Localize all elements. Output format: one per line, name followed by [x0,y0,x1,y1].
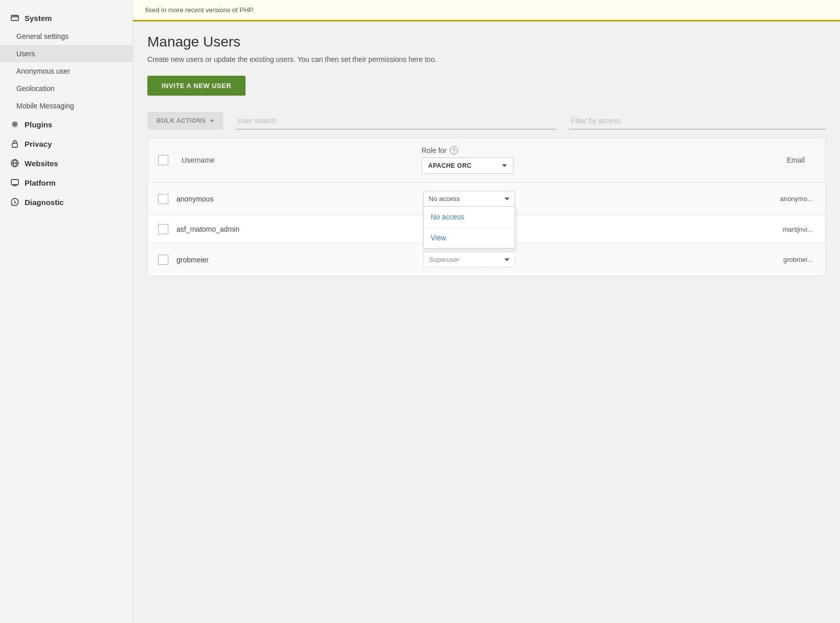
page-description: Create new users or update the existing … [147,55,826,63]
role-for-label: Role for ? [422,146,565,154]
page-title: Manage Users [147,34,826,50]
user-search-field [235,113,557,129]
dropdown-option-no-access[interactable]: No access [424,207,515,227]
bulk-actions-button[interactable]: BULK ACTIONS [147,112,223,129]
sidebar-item-websites[interactable]: Websites [0,153,132,173]
sidebar-sub-mobile-messaging[interactable]: Mobile Messaging [0,97,132,115]
role-header-group: Role for ? APACHE ORC [422,146,565,174]
row-checkbox-asf[interactable] [158,224,168,234]
header-username-col: Username [182,156,413,164]
filter-by-access-input[interactable] [569,113,826,129]
sidebar-item-diagnostic-label: Diagnostic [25,198,64,207]
role-cell-anonymous: No access No access View [423,191,566,207]
sidebar-item-plugins-label: Plugins [25,120,52,129]
role-site-label: APACHE ORC [428,162,498,169]
table-header: Username Role for ? APACHE ORC Email [148,138,825,183]
sidebar-item-diagnostic[interactable]: Diagnostic [0,192,132,212]
header-email-col: Email [573,156,815,164]
warning-banner: fixed in more recent versions of PHP. [133,0,840,21]
role-site-dropdown[interactable]: APACHE ORC [422,158,514,174]
warning-text: fixed in more recent versions of PHP. [145,6,254,14]
sidebar-sub-anonymous-user[interactable]: Anonymous user [0,62,132,80]
bulk-actions-chevron [210,120,214,122]
svg-line-11 [16,125,17,127]
svg-line-13 [13,125,14,127]
sidebar-item-platform[interactable]: Platform [0,173,132,192]
sidebar-item-platform-label: Platform [25,179,56,187]
role-value-grobmeier: Superuser [429,256,501,263]
sidebar-item-plugins[interactable]: Plugins [0,115,132,134]
header-check-col [158,155,173,165]
filter-by-access-field [569,113,826,129]
diagnostic-icon [10,197,19,207]
main-content: fixed in more recent versions of PHP. Ma… [133,0,840,623]
privacy-icon [10,139,19,148]
sidebar: System General settings Users Anonymous … [0,0,133,623]
email-asf: martijnvi... [574,226,815,233]
role-chevron-grobmeier [504,258,510,261]
row-checkbox-grobmeier[interactable] [158,255,168,265]
header-role-col: Role for ? APACHE ORC [422,146,565,174]
sidebar-sub-users[interactable]: Users [0,45,132,62]
row-checkbox-anonymous[interactable] [158,194,168,204]
sidebar-sub-general-settings[interactable]: General settings [0,28,132,45]
svg-line-10 [13,122,14,124]
username-grobmeier: grobmeier [176,256,415,264]
users-table: Username Role for ? APACHE ORC Email [147,138,826,276]
platform-icon [10,178,19,187]
bulk-actions-label: BULK ACTIONS [157,117,206,124]
svg-point-5 [14,123,16,125]
svg-rect-18 [11,180,18,185]
table-row: anonymous No access No access View [148,183,825,215]
websites-icon [10,159,19,168]
sidebar-item-websites-label: Websites [25,159,58,168]
sidebar-sub-geolocation[interactable]: Geolocation [0,80,132,97]
dropdown-option-view[interactable]: View [424,228,515,248]
role-value-anonymous: No access [429,195,501,203]
sidebar-item-privacy[interactable]: Privacy [0,134,132,153]
user-search-input[interactable] [235,113,557,129]
svg-line-12 [16,122,17,124]
sidebar-item-system[interactable]: System [0,8,132,28]
invite-new-user-button[interactable]: INVITE A NEW USER [147,76,246,96]
system-icon [10,13,19,23]
email-anonymous: anonymo... [574,195,815,203]
role-dropdown-menu-anonymous: No access View [423,207,515,249]
sidebar-item-privacy-label: Privacy [25,140,52,148]
username-asf: asf_matomo_admin [176,225,415,233]
role-dropdown-grobmeier[interactable]: Superuser [423,252,515,268]
username-anonymous: anonymous [176,195,415,203]
role-cell-grobmeier: Superuser [423,252,566,268]
plugins-icon [10,120,19,129]
email-grobmeier: grobmei... [574,256,815,263]
svg-rect-14 [12,143,17,147]
sidebar-item-system-label: System [25,14,52,23]
header-checkbox[interactable] [158,155,168,165]
role-help-icon[interactable]: ? [450,146,458,154]
role-dropdown-anonymous[interactable]: No access [423,191,515,207]
role-chevron-anonymous [504,197,510,201]
role-site-chevron [502,164,507,167]
toolbar: BULK ACTIONS [147,112,826,129]
